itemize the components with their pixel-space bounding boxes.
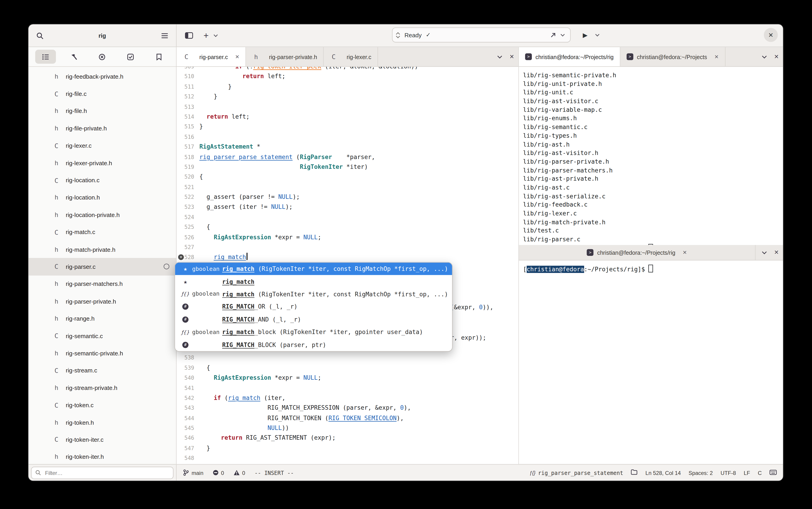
language-setting[interactable]: C (758, 470, 762, 476)
run-button[interactable]: ▶ (578, 28, 593, 42)
indentation-setting[interactable]: Spaces: 2 (689, 470, 713, 476)
file-row[interactable]: hrig-range.h (28, 310, 176, 327)
sidebar-tab-build[interactable] (64, 50, 84, 64)
terminal-tab[interactable]: >christian@fedora:~/Projects✕ (620, 47, 726, 66)
branch-indicator[interactable]: main (183, 469, 204, 476)
sidebar-tab-files[interactable] (35, 50, 56, 64)
new-tab-menu-button[interactable] (211, 28, 220, 43)
editor-tabs: Crig-parser.c✕hrig-parser-private.hCrig-… (177, 47, 491, 66)
filter-input[interactable] (44, 469, 170, 476)
tab-list-button[interactable] (760, 49, 769, 64)
completion-row[interactable]: #RIG_MATCH_OR (_l, _r) (175, 300, 452, 313)
matched-text: RIG_MATCH (222, 316, 254, 323)
current-symbol[interactable]: ƒ{} rig_parser_parse_statement (529, 470, 623, 476)
menu-button[interactable] (157, 28, 172, 43)
editor-tab[interactable]: Crig-lexer.c (324, 47, 378, 66)
selected-text: christian@fedora (527, 266, 584, 273)
token: ), (397, 414, 404, 421)
warning-count[interactable]: 0 (233, 470, 245, 476)
sidebar-tab-diagnostics[interactable] (92, 50, 113, 64)
file-language-icon: h (53, 246, 60, 253)
file-row[interactable]: hrig-lexer-private.h (28, 154, 176, 172)
file-row[interactable]: hrig-file.h (28, 102, 176, 120)
toggle-sidebar-button[interactable] (182, 28, 196, 43)
build-menu-button[interactable] (558, 28, 567, 42)
file-row[interactable]: hrig-token.h (28, 414, 176, 431)
line-ending-setting[interactable]: LF (744, 470, 750, 476)
editor-tab[interactable]: Crig-parser.c✕ (177, 47, 246, 66)
terminal-output-line: lib/rig-parser.c (523, 235, 783, 244)
sidebar-tab-bookmarks[interactable] (148, 50, 169, 64)
file-row[interactable]: hrig-feedback-private.h (28, 68, 176, 85)
tab-list-button[interactable] (495, 49, 504, 64)
completion-row[interactable]: ★gbooleanrig_match (RigTokenIter *iter, … (175, 263, 452, 275)
file-language-icon: h (53, 211, 60, 218)
close-icon[interactable]: ✕ (682, 250, 687, 256)
completion-label: rig_match (RigTokenIter *iter, const Rig… (222, 291, 452, 298)
token: rig_match (214, 253, 246, 261)
completion-row[interactable]: ★rig_match (175, 275, 452, 288)
completion-row[interactable]: ƒ{}gbooleanrig_match (RigTokenIter *iter… (175, 288, 452, 301)
file-row[interactable]: hrig-location-private.h (28, 206, 176, 224)
close-frame-button[interactable]: ✕ (774, 54, 779, 60)
line-number: 538 (177, 353, 199, 363)
token: } (207, 444, 210, 451)
search-button[interactable] (33, 28, 47, 43)
file-row[interactable]: hrig-semantic-private.h (28, 344, 176, 362)
close-frame-button[interactable]: ✕ (509, 54, 514, 60)
completion-row[interactable]: #RIG_MATCH_AND (_l, _r) (175, 313, 452, 326)
close-frame-button[interactable]: ✕ (774, 249, 779, 256)
function-icon: ƒ{} (529, 470, 535, 475)
file-row[interactable]: Crig-semantic.c (28, 327, 176, 344)
file-row[interactable]: Crig-parser.c (28, 258, 176, 275)
close-icon[interactable]: ✕ (235, 54, 240, 60)
token: (iter, &token, &location)) (321, 67, 418, 70)
file-row[interactable]: Crig-lexer.c (28, 137, 176, 154)
sidebar-tab-todo[interactable] (120, 50, 141, 64)
prompt-text: [ (523, 266, 527, 273)
updown-chevron-icon (395, 32, 400, 38)
close-icon[interactable]: ✕ (714, 54, 719, 60)
file-row[interactable]: hrig-parser-matchers.h (28, 275, 176, 293)
file-row[interactable]: hrig-match-private.h (28, 241, 176, 258)
encoding-setting[interactable]: UTF-8 (720, 470, 736, 476)
editor-tab[interactable]: hrig-parser-private.h (246, 47, 324, 66)
omnibar[interactable]: Ready ✓ (392, 28, 570, 42)
file-row[interactable]: Crig-match.c (28, 224, 176, 241)
file-row[interactable]: hrig-parser-private.h (28, 293, 176, 310)
file-row[interactable]: Crig-stream.c (28, 362, 176, 379)
terminal-tab[interactable]: >christian@fedora:~/Projects/rig✕ (519, 245, 755, 260)
keyboard-button[interactable] (770, 470, 777, 476)
file-row[interactable]: hrig-token-iter.h (28, 448, 176, 464)
file-name: rig-lexer-private.h (66, 160, 112, 166)
token: RigTokenIter (300, 163, 343, 170)
file-name: rig-range.h (66, 315, 95, 321)
tab-list-button[interactable] (760, 245, 769, 260)
completion-row[interactable]: #RIG_MATCH_BLOCK (parser, ptr) (175, 338, 452, 351)
new-tab-button[interactable]: + (202, 28, 211, 43)
file-row[interactable]: Crig-file.c (28, 85, 176, 102)
terminal-output-line: lib/rig-feedback.c (523, 201, 783, 209)
file-row[interactable]: Crig-location.c (28, 172, 176, 189)
build-button[interactable] (549, 28, 558, 42)
token: RigParser (300, 153, 332, 161)
error-count[interactable]: 0 (213, 470, 224, 476)
terminal-top[interactable]: lib/rig-semantic-private.hlib/rig-unit-p… (519, 67, 783, 245)
window-close-button[interactable]: ✕ (764, 28, 778, 42)
cursor-position[interactable]: Ln 528, Col 14 (645, 470, 681, 476)
file-row[interactable]: Crig-token-iter.c (28, 431, 176, 448)
terminal-bottom[interactable]: [christian@fedora:~/Projects/rig]$ (519, 261, 783, 464)
file-language-icon: h (53, 73, 60, 80)
terminal-output-line: lib/rig-semantic-private.h (523, 71, 783, 79)
completion-popup: ★gbooleanrig_match (RigTokenIter *iter, … (175, 262, 453, 351)
file-row[interactable]: hrig-location.h (28, 189, 176, 206)
file-row[interactable]: hrig-stream-private.h (28, 379, 176, 397)
file-row[interactable]: hrig-file-private.h (28, 120, 176, 137)
terminal-tab[interactable]: >christian@fedora:~/Projects/rig (519, 47, 620, 66)
completion-row[interactable]: ƒ{}gbooleanrig_match_block (RigTokenIter… (175, 326, 452, 339)
arrow-up-right-icon (550, 32, 556, 38)
run-menu-button[interactable] (593, 28, 602, 42)
filter-field[interactable] (31, 467, 174, 479)
project-directory-button[interactable] (631, 469, 638, 476)
file-row[interactable]: Crig-token.c (28, 397, 176, 414)
